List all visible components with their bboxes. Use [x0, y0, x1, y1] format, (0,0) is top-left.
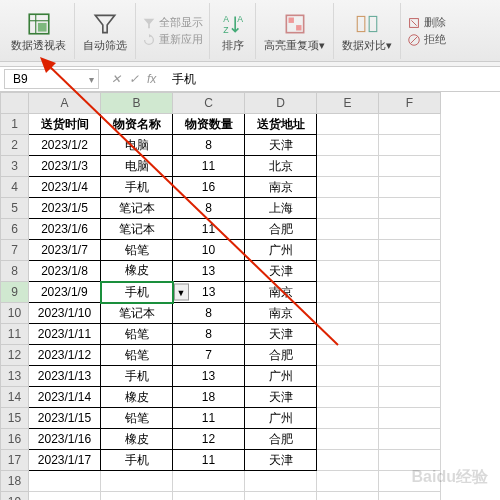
cell[interactable]: 北京 — [245, 156, 317, 177]
cell[interactable] — [379, 492, 441, 501]
cell[interactable] — [379, 324, 441, 345]
cell[interactable] — [317, 114, 379, 135]
showall-button[interactable]: 全部显示 — [142, 15, 203, 30]
col-header-A[interactable]: A — [29, 93, 101, 114]
row-header[interactable]: 17 — [1, 450, 29, 471]
delete-button[interactable]: 删除 — [407, 15, 446, 30]
cell[interactable]: 2023/1/17 — [29, 450, 101, 471]
cell[interactable]: 合肥 — [245, 345, 317, 366]
cell[interactable]: 13 — [173, 261, 245, 282]
sort-button[interactable]: AZA 排序 — [210, 3, 256, 59]
cell[interactable]: 广州 — [245, 366, 317, 387]
cell[interactable] — [379, 219, 441, 240]
row-header[interactable]: 2 — [1, 135, 29, 156]
fx-cancel[interactable]: ✕ — [111, 72, 121, 86]
cell[interactable] — [379, 177, 441, 198]
row-header[interactable]: 6 — [1, 219, 29, 240]
cell[interactable]: 2023/1/14 — [29, 387, 101, 408]
cell[interactable] — [317, 387, 379, 408]
name-box[interactable]: B9 — [4, 69, 99, 89]
formula-input[interactable]: 手机 — [164, 71, 500, 88]
cell[interactable]: 橡皮 — [101, 261, 173, 282]
cell[interactable]: 2023/1/2 — [29, 135, 101, 156]
cell[interactable]: 合肥 — [245, 429, 317, 450]
cell[interactable]: 天津 — [245, 135, 317, 156]
cell[interactable] — [317, 156, 379, 177]
cell[interactable] — [101, 471, 173, 492]
cell[interactable] — [317, 366, 379, 387]
cell[interactable]: 南京 — [245, 177, 317, 198]
cell[interactable]: 南京 — [245, 282, 317, 303]
row-header[interactable]: 13 — [1, 366, 29, 387]
row-header[interactable]: 8 — [1, 261, 29, 282]
cell[interactable]: 2023/1/9 — [29, 282, 101, 303]
cell[interactable] — [317, 408, 379, 429]
cell[interactable] — [379, 261, 441, 282]
cell[interactable] — [29, 492, 101, 501]
cell[interactable] — [379, 198, 441, 219]
cell[interactable] — [379, 135, 441, 156]
spreadsheet-grid[interactable]: ABCDEF1送货时间物资名称物资数量送货地址22023/1/2电脑8天津320… — [0, 92, 500, 500]
cell[interactable]: 11 — [173, 450, 245, 471]
pivot-table-button[interactable]: 数据透视表 — [3, 3, 75, 59]
row-header[interactable]: 1 — [1, 114, 29, 135]
cell[interactable] — [379, 387, 441, 408]
cell[interactable]: 天津 — [245, 324, 317, 345]
cell[interactable]: 合肥 — [245, 219, 317, 240]
cell[interactable] — [379, 114, 441, 135]
cell[interactable] — [379, 429, 441, 450]
cell[interactable]: 手机 — [101, 366, 173, 387]
cell[interactable]: 2023/1/8 — [29, 261, 101, 282]
cell[interactable]: 2023/1/15 — [29, 408, 101, 429]
cell[interactable]: 手机▼ — [101, 282, 173, 303]
row-header[interactable]: 4 — [1, 177, 29, 198]
cell[interactable]: 铅笔 — [101, 240, 173, 261]
cell[interactable]: 广州 — [245, 240, 317, 261]
cell[interactable]: 13 — [173, 366, 245, 387]
data-compare-button[interactable]: 数据对比▾ — [334, 3, 401, 59]
cell[interactable]: 2023/1/6 — [29, 219, 101, 240]
fx-icon[interactable]: fx — [147, 72, 156, 86]
cell[interactable]: 2023/1/4 — [29, 177, 101, 198]
row-header[interactable]: 19 — [1, 492, 29, 501]
cell[interactable]: 手机 — [101, 450, 173, 471]
cell[interactable]: 电脑 — [101, 135, 173, 156]
cell[interactable] — [317, 219, 379, 240]
cell[interactable]: 天津 — [245, 450, 317, 471]
highlight-dup-button[interactable]: 高亮重复项▾ — [256, 3, 334, 59]
cell[interactable] — [245, 471, 317, 492]
col-header-F[interactable]: F — [379, 93, 441, 114]
cell[interactable] — [317, 450, 379, 471]
row-header[interactable]: 15 — [1, 408, 29, 429]
cell[interactable] — [173, 492, 245, 501]
cell[interactable]: 8 — [173, 303, 245, 324]
cell[interactable] — [317, 177, 379, 198]
cell[interactable]: 2023/1/10 — [29, 303, 101, 324]
cell[interactable]: 上海 — [245, 198, 317, 219]
cell[interactable]: 2023/1/7 — [29, 240, 101, 261]
row-header[interactable]: 9 — [1, 282, 29, 303]
cell[interactable]: 笔记本 — [101, 303, 173, 324]
cell[interactable]: 2023/1/3 — [29, 156, 101, 177]
cell[interactable]: 物资数量 — [173, 114, 245, 135]
row-header[interactable]: 16 — [1, 429, 29, 450]
cell[interactable] — [317, 282, 379, 303]
cell[interactable]: 铅笔 — [101, 408, 173, 429]
reject-button[interactable]: 拒绝 — [407, 32, 446, 47]
cell[interactable] — [379, 240, 441, 261]
cell[interactable] — [379, 408, 441, 429]
cell[interactable]: 橡皮 — [101, 387, 173, 408]
cell[interactable]: 铅笔 — [101, 324, 173, 345]
cell[interactable]: 8 — [173, 198, 245, 219]
cell[interactable] — [317, 324, 379, 345]
cell[interactable]: 天津 — [245, 261, 317, 282]
cell[interactable] — [317, 492, 379, 501]
cell[interactable]: 橡皮 — [101, 429, 173, 450]
cell[interactable]: 天津 — [245, 387, 317, 408]
cell[interactable]: 笔记本 — [101, 219, 173, 240]
col-header-D[interactable]: D — [245, 93, 317, 114]
cell[interactable]: 16 — [173, 177, 245, 198]
cell[interactable]: 物资名称 — [101, 114, 173, 135]
cell[interactable]: 电脑 — [101, 156, 173, 177]
cell[interactable] — [245, 492, 317, 501]
